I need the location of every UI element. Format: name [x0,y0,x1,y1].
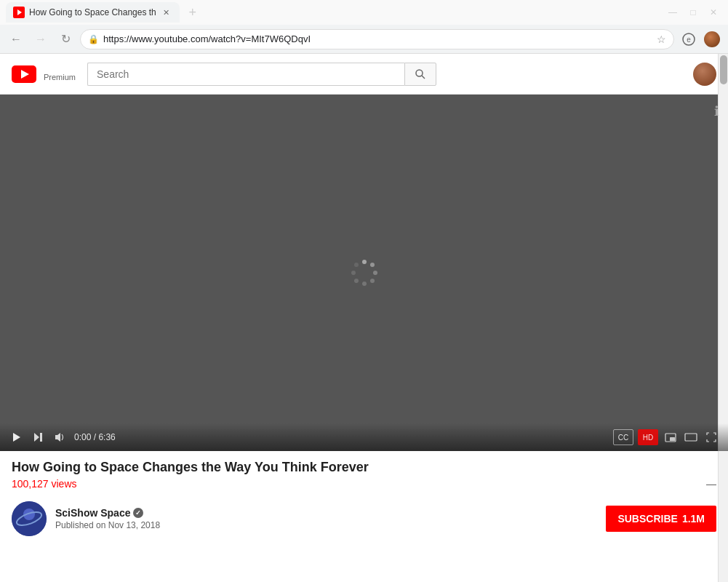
chrome-frame: How Going to Space Changes th ✕ + — □ ✕ … [0,0,728,54]
video-title: How Going to Space Changes the Way You T… [12,460,716,475]
svg-rect-13 [670,437,675,441]
maximize-button[interactable]: □ [684,4,702,21]
chrome-toolbar: ← → ↻ 🔒 https://www.youtube.com/watch?v=… [0,25,728,54]
youtube-logo[interactable]: Premium [12,65,76,83]
fullscreen-button[interactable] [703,429,719,445]
next-button[interactable] [31,429,47,445]
channel-info: SciShow Space ✓ Published on Nov 13, 201… [55,507,597,530]
channel-avatar[interactable] [12,501,47,536]
tab-title: How Going to Space Changes th [29,7,156,17]
cc-button[interactable]: CC [613,429,633,445]
address-bar[interactable]: 🔒 https://www.youtube.com/watch?v=MIt7W6… [80,29,674,49]
search-container [87,63,436,86]
video-dash: — [706,478,716,490]
active-tab[interactable]: How Going to Space Changes th ✕ [6,2,180,23]
video-info-button[interactable]: ℹ [714,103,719,119]
back-button[interactable]: ← [6,29,26,49]
user-avatar[interactable] [693,63,716,86]
channel-name-row: SciShow Space ✓ [55,507,597,519]
video-controls-bar: 0:00 / 6:36 CC HD [0,423,728,451]
profile-button[interactable] [702,29,722,49]
search-input[interactable] [87,63,404,86]
channel-name-text[interactable]: SciShow Space [55,507,130,519]
svg-rect-10 [40,433,42,442]
channel-row: SciShow Space ✓ Published on Nov 13, 201… [0,495,728,542]
chrome-titlebar: How Going to Space Changes th ✕ + — □ ✕ [0,0,728,25]
url-text: https://www.youtube.com/watch?v=MIt7W6QD… [103,33,652,44]
svg-marker-8 [13,433,20,442]
svg-marker-11 [55,433,60,442]
video-meta-row: 100,127 views — [12,478,716,490]
hd-button[interactable]: HD [638,429,658,445]
tab-close-button[interactable]: ✕ [161,7,172,18]
extensions-button[interactable]: e [679,29,699,49]
video-views: 100,127 views [12,478,77,490]
svg-text:e: e [687,36,691,44]
video-info-section: How Going to Space Changes the Way You T… [0,451,728,495]
forward-button[interactable]: → [31,29,51,49]
close-button[interactable]: ✕ [705,4,722,21]
new-tab-button[interactable]: + [183,2,203,23]
play-button[interactable] [9,429,25,445]
miniplayer-button[interactable] [663,429,679,445]
right-controls: CC HD [613,429,719,445]
minimize-button[interactable]: — [664,4,681,21]
youtube-header: Premium [0,54,728,95]
search-button[interactable] [404,63,436,86]
window-controls: — □ ✕ [664,4,722,21]
tab-favicon [13,7,25,18]
youtube-page: Premium [0,54,728,582]
svg-marker-9 [34,433,39,442]
channel-published: Published on Nov 13, 2018 [55,520,597,530]
theater-button[interactable] [683,429,699,445]
channel-avatar-image [12,501,47,536]
yt-logo-icon [12,65,36,83]
header-actions [693,63,716,86]
svg-rect-14 [685,434,697,441]
toolbar-icons: e [679,29,722,49]
lock-icon: 🔒 [88,34,99,44]
scrollbar-thumb[interactable] [720,55,727,84]
volume-button[interactable] [52,429,68,445]
video-time: 0:00 / 6:36 [74,432,116,442]
browser-scrollbar[interactable] [718,54,728,582]
subscribe-button[interactable]: SUBSCRIBE 1.1M [606,506,716,532]
svg-point-6 [416,70,423,76]
video-player[interactable]: ℹ [0,95,728,451]
refresh-button[interactable]: ↻ [55,29,76,49]
loading-spinner [350,258,379,287]
svg-line-7 [422,76,425,79]
yt-logo-sub: Premium [44,73,76,81]
bookmark-icon[interactable]: ☆ [657,33,666,45]
yt-content: ℹ [0,95,728,542]
verified-icon: ✓ [133,508,143,518]
